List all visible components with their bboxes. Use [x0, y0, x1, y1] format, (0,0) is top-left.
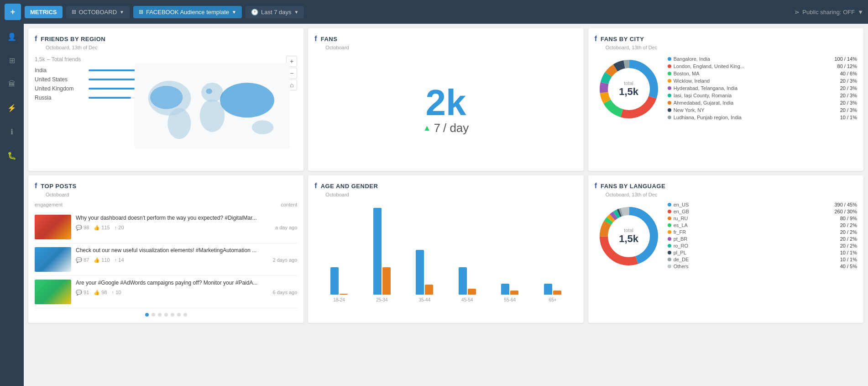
legend-name: Iasi, Iași County, Romania [674, 93, 840, 98]
legend-value: 10 / 1% [840, 115, 857, 120]
pagination-dot[interactable] [183, 313, 187, 317]
bar-label: 65+ [549, 297, 556, 302]
region-name: United Kingdom [35, 85, 85, 92]
pagination-dot[interactable] [177, 313, 181, 317]
legend-row: pt_BR 20 / 2% [668, 236, 857, 242]
legend-dot [668, 79, 671, 83]
post-text: Check out our new useful visualization e… [76, 247, 297, 254]
donut-city-total-value: 1,5k [619, 86, 638, 98]
share-label: Public sharing: OFF [802, 9, 855, 16]
fans-perday-label: / day [443, 121, 469, 135]
metrics-button[interactable]: METRICS [25, 6, 63, 18]
fans-lang-legend: en_US 390 / 45% en_GB 260 / 30% ru_RU 80… [668, 202, 857, 270]
fans-subtitle: Octoboard [325, 45, 577, 50]
svg-point-6 [150, 86, 183, 109]
fans-perday: ▲ 7 / day [423, 121, 469, 135]
bar-label: 25-34 [376, 297, 388, 302]
bar-chart-wrap: 18-24 25-34 35-44 45-54 55-64 65+ [314, 202, 577, 302]
male-bar [459, 267, 467, 295]
male-bar [501, 284, 509, 295]
like-stat: 👍 98 [94, 290, 107, 296]
fans-lang-subtitle: Octoboard, 13th of Dec [606, 192, 857, 197]
legend-value: 260 / 30% [834, 209, 857, 214]
posts-list: Why your dashboard doesn't perform the w… [35, 211, 297, 308]
template-button[interactable]: ⊞ FACEBOOK Audience template ▼ [133, 6, 242, 18]
sidebar-item-lightning[interactable]: ⚡ [4, 100, 20, 116]
age-gender-subtitle: Octoboard [325, 192, 577, 197]
facebook-icon-fans: f [314, 35, 317, 43]
svg-point-3 [202, 83, 224, 102]
bar-label: 55-64 [504, 297, 516, 302]
legend-value: 40 / 6% [840, 71, 857, 76]
friends-total-label: – Total friends [47, 56, 81, 63]
pagination-dot[interactable] [145, 313, 149, 317]
bar-label: 45-54 [461, 297, 473, 302]
grid-icon: ⊞ [72, 9, 76, 15]
legend-dot [668, 72, 671, 75]
post-text: Why your dashboard doesn't perform the w… [76, 215, 297, 222]
fans-by-language-card: f FANS BY LANGUAGE Octoboard, 13th of De… [588, 175, 863, 323]
sidebar-item-dashboard[interactable]: ⊞ [4, 52, 20, 69]
legend-dot [668, 116, 671, 119]
friends-region-subtitle: Octoboard, 13th of Dec [46, 45, 297, 50]
logo-icon: + [10, 7, 16, 17]
template-icon: ⊞ [139, 9, 143, 15]
facebook-icon-lang: f [595, 182, 597, 190]
octoboard-button[interactable]: ⊞ OCTOBOARD ▼ [66, 6, 130, 18]
legend-name: de_DE [674, 257, 840, 262]
legend-value: 20 / 3% [840, 78, 857, 84]
legend-row: en_US 390 / 45% [668, 202, 857, 207]
legend-name: Ahmedabad, Gujarat, India [674, 100, 840, 106]
up-arrow-icon: ▲ [423, 123, 431, 133]
legend-value: 20 / 2% [840, 236, 857, 242]
legend-value: 100 / 14% [834, 56, 857, 62]
sidebar-item-bank[interactable]: 🏛 [4, 76, 20, 92]
legend-name: ro_RO [674, 243, 840, 249]
legend-row: fr_FR 20 / 2% [668, 229, 857, 235]
legend-dot [668, 230, 671, 234]
top-posts-subtitle: Octoboard [46, 192, 297, 197]
legend-value: 20 / 2% [840, 229, 857, 235]
fans-card: f FANS Octoboard 2k ▲ 7 / day [308, 28, 583, 171]
logo-button[interactable]: + [5, 4, 21, 20]
legend-dot [668, 108, 671, 112]
bar-group: 25-34 [362, 208, 402, 302]
bar-pair [319, 267, 359, 295]
legend-row: ru_RU 80 / 9% [668, 216, 857, 221]
chevron-down-icon2: ▼ [232, 10, 236, 15]
legend-value: 390 / 45% [834, 202, 857, 207]
pagination-dot[interactable] [164, 313, 168, 317]
legend-row: Ludhiana, Punjab region, India 10 / 1% [668, 115, 857, 120]
female-bar [340, 294, 348, 295]
bar-group: 18-24 [319, 267, 359, 302]
legend-name: Boston, MA [674, 71, 840, 76]
timerange-button[interactable]: 🕐 Last 7 days ▼ [246, 6, 304, 18]
legend-dot [668, 217, 671, 220]
pagination-dot[interactable] [158, 313, 162, 317]
legend-name: en_GB [674, 209, 835, 214]
share-button[interactable]: ⋗ Public sharing: OFF ▼ [795, 9, 863, 16]
sidebar-item-bug[interactable]: 🐛 [4, 147, 20, 164]
post-content: Check out our new useful visualization e… [76, 247, 297, 263]
comment-stat: 💬 98 [76, 225, 89, 231]
pagination-dot[interactable] [171, 313, 174, 317]
legend-name: es_LA [674, 222, 840, 228]
post-row: Check out our new useful visualization e… [35, 243, 297, 276]
sidebar-item-info[interactable]: ℹ [4, 123, 20, 140]
legend-name: Wicklow, Ireland [674, 78, 840, 84]
male-bar [373, 208, 382, 295]
legend-row: Iasi, Iași County, Romania 20 / 3% [668, 93, 857, 98]
metrics-label: METRICS [30, 9, 57, 16]
post-meta: 💬 91 👍 98 ↑ 10 6 days ago [76, 290, 297, 296]
female-bar [510, 291, 518, 295]
legend-name: New York, NY [674, 107, 840, 113]
post-meta: 💬 98 👍 115 ↑ 20 a day ago [76, 225, 297, 231]
facebook-icon: f [35, 35, 37, 43]
content-label: content [281, 202, 297, 207]
pagination-dot[interactable] [152, 313, 155, 317]
timerange-label: Last 7 days [261, 9, 292, 16]
sidebar-item-user[interactable]: 👤 [4, 28, 20, 45]
legend-row: pl_PL 10 / 1% [668, 250, 857, 255]
legend-row: Bangalore, India 100 / 14% [668, 56, 857, 62]
dashboard-main: f FRIENDS BY REGION Octoboard, 13th of D… [24, 24, 868, 386]
